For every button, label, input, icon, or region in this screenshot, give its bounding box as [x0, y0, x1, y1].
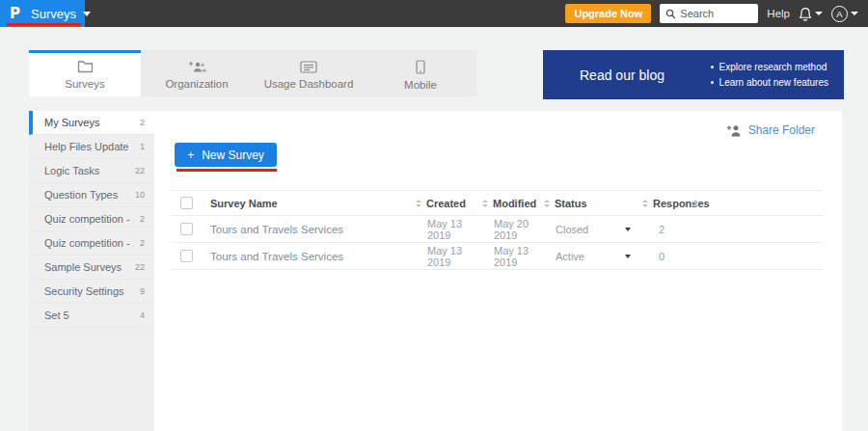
sidebar-item-label: My Surveys [44, 117, 134, 128]
sidebar-item-my-surveys[interactable]: My Surveys 2 [29, 111, 154, 135]
status-value: Active [556, 251, 584, 262]
sidebar-item-count: 22 [135, 166, 145, 175]
survey-name-cell: Tours and Travels Services [210, 224, 416, 235]
blog-banner-title[interactable]: Read our blog [580, 67, 665, 83]
account-menu[interactable]: A [831, 6, 858, 22]
select-all-checkbox[interactable] [180, 197, 193, 209]
upgrade-now-button[interactable]: Upgrade Now [565, 4, 651, 23]
app-menu-label: Surveys [31, 7, 76, 21]
tab-organization[interactable]: Organization [141, 50, 253, 96]
search-icon [665, 9, 676, 19]
col-modified-label: Modified [493, 198, 536, 209]
new-survey-label: New Survey [202, 148, 264, 162]
sidebar-item-count: 2 [140, 238, 145, 248]
topbar: P Surveys Upgrade Now Help A [0, 0, 868, 27]
blog-bullet-item: Learn about new features [711, 77, 828, 88]
surveys-panel: Share Folder + New Survey Survey Name Cr… [154, 111, 842, 431]
row-checkbox[interactable] [180, 223, 193, 235]
sidebar-item-logic-tasks[interactable]: Logic Tasks 22 [29, 159, 154, 183]
tab-mobile[interactable]: Mobile [365, 50, 476, 96]
sidebar-item-label: Quiz competition - ... [44, 213, 134, 225]
table-row: Tours and Travels Services May 13 2019 M… [171, 216, 823, 243]
blog-bullet-label: Explore research method [719, 62, 827, 72]
proprofs-logo-icon: P [10, 5, 20, 22]
tab-surveys[interactable]: Surveys [29, 50, 141, 96]
help-link[interactable]: Help [767, 8, 790, 19]
sidebar-item-count: 22 [135, 262, 145, 272]
col-responses: Responses [642, 198, 692, 209]
header-check-cell [171, 197, 210, 209]
topbar-right: Upgrade Now Help A [565, 0, 868, 27]
app-menu[interactable]: P Surveys [0, 0, 85, 27]
sidebar-item-count: 4 [140, 310, 145, 320]
tab-label: Organization [165, 78, 228, 90]
search-input[interactable] [680, 8, 752, 19]
sidebar-item-label: Set 5 [44, 310, 134, 321]
sort-icon[interactable] [642, 200, 648, 207]
col-survey-name: Survey Name [210, 198, 416, 209]
tab-usage-dashboard[interactable]: Usage Dashboard [253, 50, 365, 96]
sidebar-item-security-settings[interactable]: Security Settings 9 [29, 280, 154, 304]
table-header-row: Survey Name Created Modified Status Resp… [171, 190, 823, 216]
plus-icon: + [187, 148, 194, 162]
sort-icon[interactable] [544, 200, 550, 207]
table-row: Tours and Travels Services May 13 2019 M… [171, 243, 823, 270]
folders-sidebar: My Surveys 2 Help Files Update 1 Logic T… [29, 111, 154, 431]
main-tabs: Surveys Organization Usage Dashboard Mob… [29, 50, 476, 96]
survey-name-link[interactable]: Tours and Travels Services [210, 251, 343, 262]
survey-name-cell: Tours and Travels Services [210, 251, 416, 262]
sidebar-item-label: Logic Tasks [44, 165, 129, 176]
sidebar-item-sample-surveys[interactable]: Sample Surveys 22 [29, 256, 154, 280]
sidebar-item-question-types[interactable]: Question Types 10 [29, 183, 154, 207]
responses-cell: 2 [642, 224, 692, 235]
status-dropdown-icon[interactable] [625, 228, 631, 231]
created-cell: May 13 2019 [416, 245, 482, 268]
col-created-label: Created [426, 198, 466, 209]
avatar: A [831, 6, 848, 22]
blog-banner-bullets: Explore research method Learn about new … [711, 62, 828, 88]
row-check-cell [171, 250, 210, 262]
responses-cell: 0 [642, 251, 692, 262]
sort-icon[interactable] [416, 200, 421, 207]
sidebar-item-count: 10 [135, 190, 145, 200]
dashboard-icon [300, 61, 317, 73]
sidebar-item-label: Question Types [44, 189, 129, 201]
modified-cell: May 13 2019 [482, 245, 544, 268]
chevron-down-icon [83, 12, 91, 16]
tab-label: Usage Dashboard [264, 78, 354, 90]
modified-cell: May 20 2019 [482, 218, 544, 241]
created-cell: May 13 2019 [416, 218, 482, 241]
sort-icon[interactable] [482, 200, 488, 207]
col-status-label: Status [555, 198, 587, 209]
sidebar-item-count: 2 [140, 214, 145, 224]
tab-label: Mobile [404, 79, 437, 91]
surveys-table: Survey Name Created Modified Status Resp… [171, 190, 823, 270]
person-add-icon [726, 124, 742, 137]
chevron-down-icon [815, 12, 823, 15]
blog-banner[interactable]: Read our blog Explore research method Le… [543, 50, 844, 99]
row-check-cell [171, 223, 210, 235]
new-survey-button[interactable]: + New Survey [175, 143, 277, 167]
sidebar-item-label: Security Settings [44, 285, 134, 297]
sidebar-item-quiz-competition-1[interactable]: Quiz competition - ... 2 [29, 207, 154, 231]
annotation-underline [7, 23, 81, 26]
mobile-icon [416, 60, 425, 74]
sidebar-item-help-files-update[interactable]: Help Files Update 1 [29, 135, 154, 159]
status-dropdown-icon[interactable] [625, 255, 631, 258]
sidebar-item-label: Quiz competition - ... [44, 237, 134, 249]
people-add-icon [188, 60, 206, 73]
notifications-menu[interactable] [799, 7, 823, 21]
status-cell: Active [544, 251, 642, 262]
search-box[interactable] [660, 4, 758, 23]
folder-icon [77, 60, 94, 73]
bullet-dot-icon [711, 66, 714, 68]
row-checkbox[interactable] [180, 250, 193, 262]
sort-icon[interactable] [692, 200, 698, 207]
sidebar-item-quiz-competition-2[interactable]: Quiz competition - ... 2 [29, 231, 154, 256]
sidebar-item-count: 1 [140, 142, 145, 151]
survey-name-link[interactable]: Tours and Travels Services [210, 224, 343, 235]
sidebar-item-set-5[interactable]: Set 5 4 [29, 304, 154, 328]
status-value: Closed [556, 224, 588, 235]
share-folder-link[interactable]: Share Folder [726, 123, 815, 137]
blog-bullet-item: Explore research method [711, 62, 828, 72]
